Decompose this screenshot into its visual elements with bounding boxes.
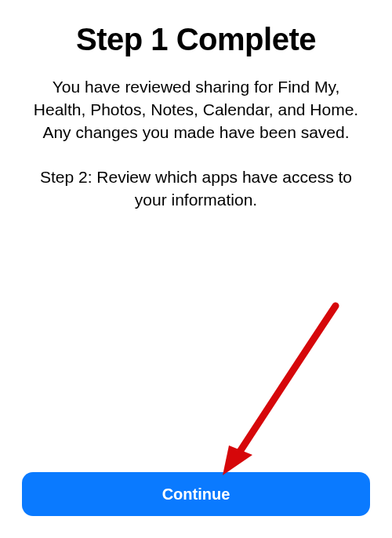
continue-button-label: Continue (162, 485, 230, 503)
continue-button[interactable]: Continue (22, 472, 370, 516)
page-title: Step 1 Complete (22, 22, 370, 57)
body-paragraph-1: You have reviewed sharing for Find My, H… (28, 76, 364, 144)
body-copy: You have reviewed sharing for Find My, H… (22, 76, 370, 212)
body-paragraph-2: Step 2: Review which apps have access to… (28, 166, 364, 212)
